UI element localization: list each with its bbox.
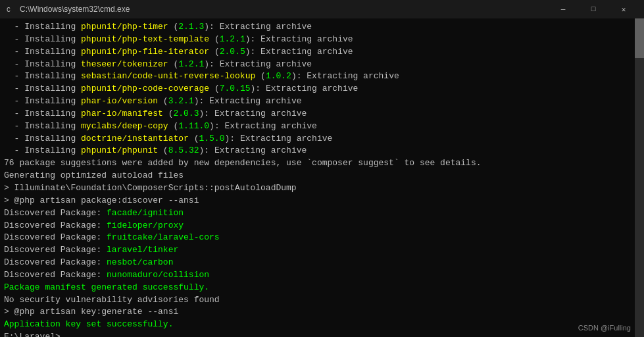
terminal-line: - Installing phpunit/php-text-template (… [4, 34, 640, 46]
terminal-line: - Installing phar-io/manifest (2.0.3): E… [4, 108, 640, 120]
close-button[interactable]: ✕ [608, 0, 639, 18]
terminal-line: > Illuminate\Foundation\ComposerScripts:… [4, 182, 640, 195]
terminal-line: - Installing phar-io/version (3.2.1): Ex… [4, 95, 640, 108]
cmd-icon: C [5, 4, 16, 14]
terminal-line: Discovered Package: nesbot/carbon [4, 257, 640, 269]
terminal-line: - Installing phpunit/php-code-coverage (… [4, 83, 640, 95]
watermark: CSDN @iFulling [578, 324, 631, 332]
scrollbar-thumb[interactable] [635, 18, 644, 58]
terminal-line: - Installing theseer/tokenizer (1.2.1): … [4, 59, 640, 71]
terminal-line: - Installing phpunit/phpunit (8.5.32): E… [4, 145, 640, 157]
terminal-body: - Installing phpunit/php-timer (2.1.3): … [0, 18, 644, 337]
terminal-line: - Installing phpunit/php-timer (2.1.3): … [4, 21, 640, 34]
window-controls: — □ ✕ [548, 0, 639, 18]
terminal-line: - Installing phpunit/php-file-iterator (… [4, 46, 640, 59]
terminal-line: Discovered Package: nunomaduro/collision [4, 269, 640, 282]
terminal-line: Discovered Package: facade/ignition [4, 207, 640, 220]
titlebar: C C:\Windows\system32\cmd.exe — □ ✕ [0, 0, 644, 18]
terminal-line: - Installing sebastian/code-unit-reverse… [4, 70, 640, 83]
terminal-line: - Installing myclabs/deep-copy (1.11.0):… [4, 120, 640, 133]
terminal-line: Application key set successfully. [4, 319, 640, 331]
terminal-line: Discovered Package: fruitcake/laravel-co… [4, 232, 640, 244]
terminal-line: > @php artisan package:discover --ansi [4, 195, 640, 207]
terminal-line: E:\Laravel> [4, 331, 640, 337]
window-title: C:\Windows\system32\cmd.exe [20, 5, 548, 14]
terminal-line: Generating optimized autoload files [4, 170, 640, 182]
scrollbar[interactable] [635, 18, 644, 337]
terminal-line: Discovered Package: fideloper/proxy [4, 220, 640, 232]
terminal-line: Package manifest generated successfully. [4, 282, 640, 294]
svg-text:C: C [7, 7, 11, 14]
terminal-line: - Installing doctrine/instantiator (1.5.… [4, 133, 640, 145]
maximize-button[interactable]: □ [578, 0, 608, 18]
terminal-line: Discovered Package: laravel/tinker [4, 244, 640, 257]
minimize-button[interactable]: — [548, 0, 578, 18]
terminal-output: - Installing phpunit/php-timer (2.1.3): … [4, 21, 640, 337]
terminal-line: 76 package suggestions were added by new… [4, 157, 640, 170]
terminal-line: > @php artisan key:generate --ansi [4, 306, 640, 319]
terminal-line: No security vulnerability advisories fou… [4, 294, 640, 307]
